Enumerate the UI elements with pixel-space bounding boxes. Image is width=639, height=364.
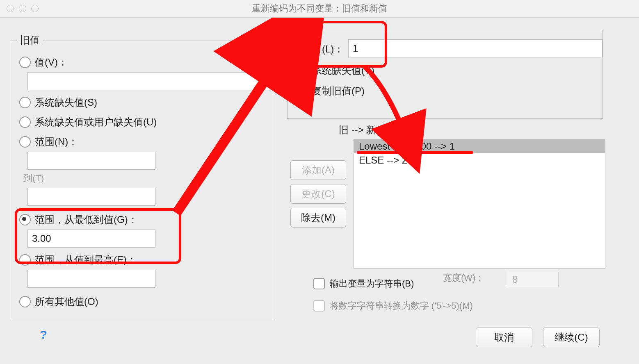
label-sysmis-y: 系统缺失值(Y): [312, 64, 374, 77]
change-button[interactable]: 更改(C): [290, 184, 346, 204]
label-highest-e: 范围，从值到最高(E)：: [35, 253, 137, 266]
label-output-string: 输出变量为字符串(B): [330, 278, 414, 290]
radio-sysuser-u[interactable]: [19, 116, 31, 128]
help-icon[interactable]: ?: [36, 328, 51, 342]
continue-button[interactable]: 继续(C): [543, 328, 600, 347]
radio-sysmis-s[interactable]: [19, 97, 31, 108]
label-width: 宽度(W)：: [443, 272, 484, 284]
label-value-l: 值(L)：: [312, 43, 344, 56]
label-range-to: 到(T): [23, 172, 44, 184]
old-value-title: 旧值: [17, 34, 43, 47]
label-sysuser-u: 系统缺失值或用户缺失值(U): [35, 116, 157, 129]
input-highest-value[interactable]: [27, 270, 155, 288]
radio-copy-p[interactable]: [297, 85, 308, 97]
checkbox-convert-numeric: [313, 300, 325, 312]
input-width: 8: [507, 272, 559, 287]
radio-value-l[interactable]: [297, 43, 308, 55]
close-icon[interactable]: [7, 5, 14, 12]
cancel-button[interactable]: 取消: [476, 328, 532, 347]
label-convert-numeric: 将数字字符串转换为数字 ('5'->5)(M): [330, 300, 473, 312]
list-item[interactable]: Lowest thru 3.00 --> 1: [354, 139, 605, 153]
input-value-v[interactable]: [27, 72, 270, 90]
radio-sysmis-y[interactable]: [297, 65, 308, 76]
input-lowest-value[interactable]: 3.00: [27, 230, 155, 248]
radio-range-n[interactable]: [19, 136, 31, 148]
label-sysmis-s: 系统缺失值(S): [35, 96, 97, 109]
old-value-group: 旧值 值(V)： 系统缺失值(S) 系统缺失值或用户缺失值(U) 范围(N)： …: [10, 41, 273, 320]
checkbox-output-string[interactable]: [313, 278, 325, 289]
input-range-from[interactable]: [27, 152, 155, 170]
input-range-to[interactable]: [27, 188, 155, 206]
input-value-l[interactable]: 1: [348, 39, 602, 57]
minimize-icon[interactable]: [19, 5, 26, 12]
label-lowest-g: 范围，从最低到值(G)：: [35, 213, 138, 226]
window-title: 重新编码为不同变量：旧值和新值: [252, 3, 387, 14]
label-else-o: 所有其他值(O): [35, 295, 98, 308]
new-value-group: 新值 值(L)： 1 系统缺失值(Y) 复制旧值(P): [287, 30, 603, 119]
window-titlebar: 重新编码为不同变量：旧值和新值: [0, 0, 639, 18]
label-copy-p: 复制旧值(P): [312, 84, 365, 98]
radio-highest-e[interactable]: [19, 254, 31, 266]
radio-else-o[interactable]: [19, 296, 31, 307]
new-value-title: 新值: [294, 23, 320, 36]
list-item[interactable]: ELSE --> 2: [354, 153, 605, 167]
remove-button[interactable]: 除去(M): [290, 208, 346, 228]
add-button[interactable]: 添加(A): [290, 160, 346, 180]
radio-lowest-g[interactable]: [19, 214, 31, 225]
label-old-new: 旧 --> 新(D)：: [339, 123, 400, 136]
radio-value-v[interactable]: [19, 57, 31, 68]
mapping-listbox[interactable]: Lowest thru 3.00 --> 1 ELSE --> 2: [354, 139, 605, 268]
label-range-n: 范围(N)：: [35, 135, 78, 148]
zoom-icon[interactable]: [31, 5, 39, 12]
window-controls: [7, 5, 39, 12]
label-value-v: 值(V)：: [35, 56, 68, 69]
